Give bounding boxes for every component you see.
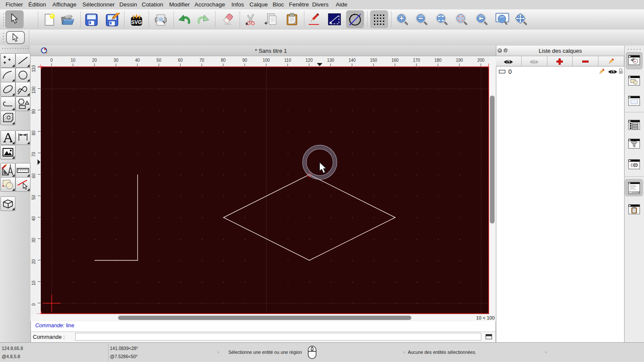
svg-text:110: 110: [284, 58, 291, 63]
svg-text:70: 70: [199, 58, 204, 63]
svg-text:10: 10: [31, 281, 36, 286]
svg-text:120: 120: [306, 58, 313, 63]
svg-text:ON: ON: [635, 164, 637, 166]
svg-text:0: 0: [50, 58, 53, 63]
svg-text:SVG: SVG: [131, 19, 142, 25]
svg-text:150: 150: [370, 58, 377, 63]
svg-text:90: 90: [242, 58, 247, 63]
svg-text:80: 80: [221, 58, 226, 63]
svg-text:40: 40: [31, 216, 36, 221]
svg-text:90: 90: [31, 109, 36, 114]
svg-text:20: 20: [31, 259, 36, 264]
svg-text:200: 200: [477, 58, 485, 63]
svg-text:30: 30: [31, 238, 36, 243]
svg-text:50: 50: [31, 195, 36, 200]
svg-text:170: 170: [413, 58, 420, 63]
svg-text:30: 30: [113, 58, 118, 63]
svg-text:10: 10: [70, 58, 76, 63]
svg-text:0: 0: [31, 303, 36, 306]
svg-text:60: 60: [178, 58, 183, 63]
svg-text:60: 60: [31, 173, 36, 178]
svg-text:180: 180: [434, 58, 442, 63]
svg-text:100: 100: [263, 58, 270, 63]
svg-text:190: 190: [456, 58, 463, 63]
svg-text:140: 140: [349, 58, 356, 63]
svg-text:70: 70: [31, 152, 36, 157]
svg-text:> command: > command: [630, 191, 640, 193]
svg-text:80: 80: [31, 130, 36, 136]
svg-text:20: 20: [92, 58, 97, 63]
svg-text:40: 40: [135, 58, 140, 63]
svg-text:110: 110: [31, 65, 36, 72]
svg-text:100: 100: [31, 86, 36, 94]
svg-text:50: 50: [156, 58, 161, 63]
svg-text:160: 160: [392, 58, 399, 63]
svg-text:130: 130: [327, 58, 334, 63]
